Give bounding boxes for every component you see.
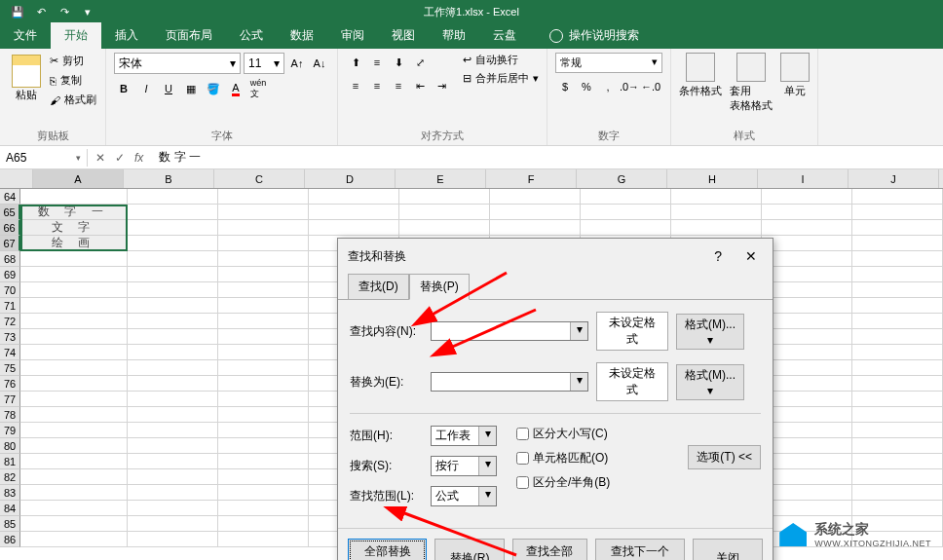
name-box[interactable]: A65 ▾ <box>0 149 88 167</box>
cell[interactable] <box>128 469 218 485</box>
qat-more-icon[interactable]: ▾ <box>80 5 95 20</box>
cell[interactable] <box>218 376 309 392</box>
row-header[interactable]: 79 <box>0 423 20 438</box>
options-button[interactable]: 选项(T) << <box>688 445 761 469</box>
cell[interactable] <box>20 189 128 205</box>
match-case-checkbox[interactable]: 区分大小写(C) <box>516 426 610 442</box>
cell[interactable] <box>852 376 943 392</box>
cell[interactable] <box>20 267 128 282</box>
format-as-table-button[interactable]: 套用 表格格式 <box>730 53 773 113</box>
cell[interactable] <box>218 407 309 423</box>
cell[interactable] <box>218 298 309 314</box>
phonetic-button[interactable]: wén文 <box>248 78 268 99</box>
search-combo[interactable]: 按行▾ <box>431 456 497 476</box>
row-header[interactable]: 67 <box>0 236 20 251</box>
cell[interactable] <box>218 469 309 485</box>
cell[interactable] <box>581 220 671 236</box>
tab-replace[interactable]: 替换(P) <box>409 274 470 300</box>
cell[interactable] <box>852 360 943 376</box>
col-header-c[interactable]: C <box>214 169 305 188</box>
row-header[interactable]: 65 <box>0 205 20 220</box>
cell[interactable] <box>762 282 852 298</box>
cell[interactable] <box>128 423 218 438</box>
row-header[interactable]: 64 <box>0 189 20 205</box>
tab-find[interactable]: 查找(D) <box>348 274 409 300</box>
row-header[interactable]: 68 <box>0 251 20 267</box>
tab-pagelayout[interactable]: 页面布局 <box>152 22 226 49</box>
row-header[interactable]: 74 <box>0 345 20 360</box>
cell[interactable] <box>852 189 943 205</box>
cell[interactable] <box>762 251 852 267</box>
cell[interactable] <box>218 251 309 267</box>
cell-styles-button[interactable]: 单元 <box>780 53 810 113</box>
accounting-format-button[interactable]: $ <box>555 77 575 96</box>
replace-with-input[interactable] <box>432 373 570 391</box>
cell[interactable] <box>581 205 671 220</box>
cell[interactable] <box>852 298 943 314</box>
increase-font-button[interactable]: A↑ <box>287 53 307 74</box>
format-painter-button[interactable]: 🖌格式刷 <box>49 92 97 108</box>
row-header[interactable]: 71 <box>0 298 20 314</box>
conditional-formatting-button[interactable]: 条件格式 <box>679 53 722 113</box>
percent-button[interactable]: % <box>577 77 596 96</box>
cell[interactable] <box>762 314 852 329</box>
cell[interactable] <box>490 205 581 220</box>
row-header[interactable]: 76 <box>0 376 20 392</box>
row-header[interactable]: 75 <box>0 360 20 376</box>
merge-center-button[interactable]: ⊟合并后居中▾ <box>463 71 539 86</box>
align-top-button[interactable]: ⬆ <box>346 53 365 72</box>
match-entire-cell-checkbox[interactable]: 单元格匹配(O) <box>516 450 610 467</box>
cell[interactable] <box>218 236 309 251</box>
cell[interactable] <box>20 501 128 516</box>
enter-icon[interactable]: ✓ <box>115 151 125 165</box>
cell[interactable] <box>218 392 309 407</box>
number-format-combo[interactable]: 常规▾ <box>555 53 662 73</box>
cell[interactable] <box>128 454 218 469</box>
cell[interactable] <box>762 407 852 423</box>
cell[interactable] <box>852 501 943 516</box>
row-header[interactable]: 72 <box>0 314 20 329</box>
cell[interactable] <box>20 282 128 298</box>
paste-button[interactable]: 粘贴 <box>8 53 45 108</box>
fx-icon[interactable]: fx <box>134 151 143 165</box>
cell[interactable] <box>762 485 852 501</box>
align-bottom-button[interactable]: ⬇ <box>389 53 408 72</box>
cell[interactable] <box>128 501 218 516</box>
save-icon[interactable]: 💾 <box>10 5 25 20</box>
comma-button[interactable]: , <box>598 77 618 96</box>
lookin-combo[interactable]: 公式▾ <box>431 486 497 506</box>
match-byte-checkbox[interactable]: 区分全/半角(B) <box>516 474 610 491</box>
cell[interactable] <box>128 220 218 236</box>
cell[interactable] <box>852 485 943 501</box>
cell[interactable] <box>20 345 128 360</box>
cell[interactable] <box>490 189 581 205</box>
row-header[interactable]: 84 <box>0 501 20 516</box>
orientation-button[interactable]: ⤢ <box>410 53 430 72</box>
cell[interactable] <box>128 345 218 360</box>
align-middle-button[interactable]: ≡ <box>367 53 387 72</box>
bold-button[interactable]: B <box>114 78 133 99</box>
cell[interactable] <box>762 189 852 205</box>
border-button[interactable]: ▦ <box>181 78 201 99</box>
col-header-e[interactable]: E <box>396 169 486 188</box>
cell[interactable]: 绘 画 <box>20 236 128 251</box>
row-header[interactable]: 86 <box>0 532 20 547</box>
cell[interactable] <box>852 282 943 298</box>
tell-me-search[interactable]: 操作说明搜索 <box>545 22 644 49</box>
cancel-icon[interactable]: ✕ <box>95 151 105 165</box>
cell[interactable] <box>852 438 943 454</box>
increase-decimal-button[interactable]: .0→ <box>620 77 639 96</box>
help-button[interactable]: ? <box>708 246 728 266</box>
cell[interactable] <box>20 251 128 267</box>
cell[interactable] <box>218 314 309 329</box>
replace-all-button[interactable]: 全部替换(A) <box>348 539 427 560</box>
cell[interactable] <box>490 220 581 236</box>
cell[interactable] <box>218 532 309 547</box>
cell[interactable] <box>581 189 671 205</box>
find-all-button[interactable]: 查找全部(I) <box>512 539 587 560</box>
cell[interactable] <box>128 485 218 501</box>
col-header-g[interactable]: G <box>577 169 667 188</box>
cell[interactable] <box>128 360 218 376</box>
cell[interactable] <box>20 438 128 454</box>
cell[interactable] <box>218 345 309 360</box>
